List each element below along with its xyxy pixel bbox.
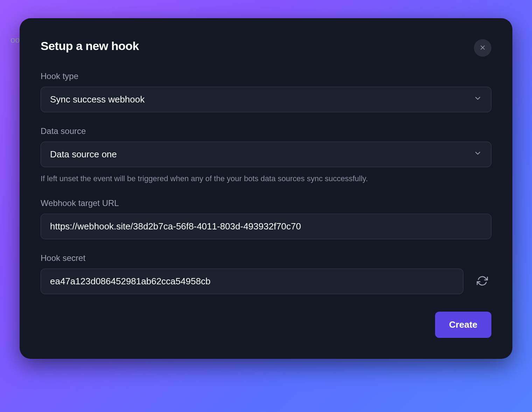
regenerate-secret-button[interactable] [473, 272, 491, 291]
close-button[interactable] [474, 39, 491, 57]
modal-title: Setup a new hook [41, 39, 139, 53]
hook-secret-input[interactable] [41, 269, 463, 294]
hook-type-select[interactable]: Sync success webhook [41, 87, 491, 112]
hook-type-label: Hook type [41, 71, 491, 81]
hook-secret-label: Hook secret [41, 253, 491, 263]
target-url-label: Webhook target URL [41, 198, 491, 208]
data-source-group: Data source Data source one If left unse… [41, 126, 491, 184]
modal-header: Setup a new hook [41, 39, 491, 57]
chevron-down-icon [474, 94, 482, 105]
data-source-helper: If left unset the event will be triggere… [41, 173, 491, 184]
data-source-select[interactable]: Data source one [41, 142, 491, 167]
chevron-down-icon [474, 149, 482, 160]
target-url-group: Webhook target URL [41, 198, 491, 239]
target-url-input[interactable] [41, 214, 491, 239]
refresh-icon [477, 275, 488, 287]
secret-row [41, 269, 491, 294]
close-icon [479, 44, 486, 52]
data-source-value: Data source one [50, 149, 117, 160]
create-button[interactable]: Create [435, 312, 491, 338]
hook-type-value: Sync success webhook [50, 94, 145, 105]
hook-secret-group: Hook secret [41, 253, 491, 294]
hook-type-group: Hook type Sync success webhook [41, 71, 491, 112]
setup-hook-modal: Setup a new hook Hook type Sync success … [20, 18, 512, 359]
data-source-label: Data source [41, 126, 491, 136]
modal-footer: Create [41, 312, 491, 338]
